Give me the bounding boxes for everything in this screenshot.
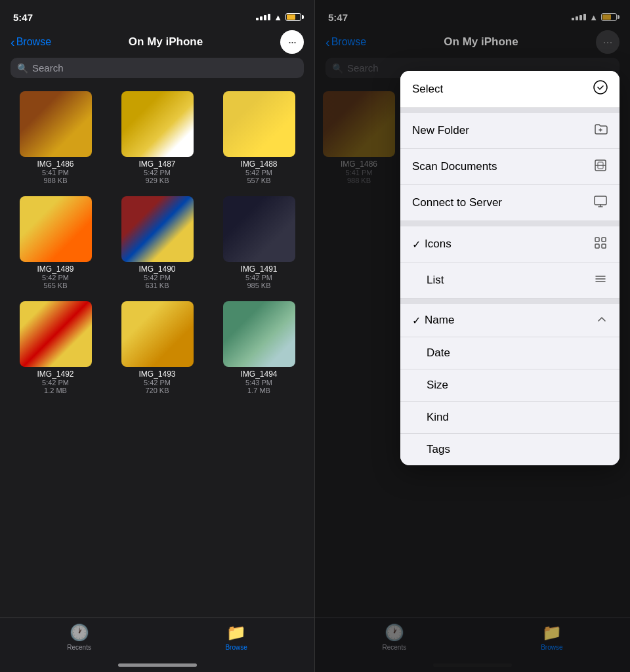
file-thumb-1489-left xyxy=(20,196,92,262)
file-time-left: 5:42 PM xyxy=(144,169,171,177)
back-arrow-left: ‹ xyxy=(10,35,15,50)
dropdown-list-label: List xyxy=(412,274,444,287)
file-item-1486-left[interactable]: IMG_1486 5:41 PM 988 KB xyxy=(5,86,106,190)
file-size-left: 720 KB xyxy=(145,387,169,394)
wifi-icon: ▲ xyxy=(274,12,282,22)
file-name-left: IMG_1490 xyxy=(138,264,175,274)
file-thumb-1490-left xyxy=(121,196,194,262)
svg-rect-3 xyxy=(595,196,606,205)
dropdown-item-connect-server[interactable]: Connect to Server xyxy=(400,185,620,221)
tab-browse-label-left: Browse xyxy=(225,644,247,651)
dropdown-kind-label: Kind xyxy=(412,411,449,424)
file-size-left: 988 KB xyxy=(43,177,67,184)
status-bar-left: 5:47 ▲ xyxy=(0,0,314,29)
dropdown-item-kind[interactable]: Kind xyxy=(400,402,620,434)
dropdown-tags-label: Tags xyxy=(412,443,450,456)
list-icon xyxy=(593,272,608,289)
file-size-left: 985 KB xyxy=(247,282,270,289)
dropdown-icons-label: ✓ Icons xyxy=(412,238,452,251)
file-thumb-1488-left xyxy=(223,91,295,157)
file-time-left: 5:41 PM xyxy=(42,169,69,177)
file-grid-left: IMG_1486 5:41 PM 988 KB IMG_1487 5:42 PM… xyxy=(0,86,314,400)
dropdown-menu: Select New Folder Scan Documents xyxy=(400,71,620,465)
file-thumb-1491-left xyxy=(223,196,295,262)
file-name-left: IMG_1488 xyxy=(240,159,277,169)
file-size-left: 929 KB xyxy=(145,177,169,184)
search-icon-left: 🔍 xyxy=(17,63,28,74)
scan-icon xyxy=(593,158,608,175)
dropdown-item-select[interactable]: Select xyxy=(400,71,620,108)
file-item-1489-left[interactable]: IMG_1489 5:42 PM 565 KB xyxy=(5,191,106,295)
home-indicator-left xyxy=(118,663,197,667)
checkmark-circle-icon xyxy=(593,80,608,98)
file-item-1490-left[interactable]: IMG_1490 5:42 PM 631 KB xyxy=(107,191,207,295)
file-name-left: IMG_1487 xyxy=(138,159,175,169)
dropdown-item-tags[interactable]: Tags xyxy=(400,434,620,465)
file-item-1487-left[interactable]: IMG_1487 5:42 PM 929 KB xyxy=(107,86,207,190)
dropdown-separator-1 xyxy=(400,108,620,113)
dropdown-separator-3 xyxy=(400,299,620,304)
left-panel: 5:47 ▲ ‹ Browse On My iPhone ··· 🔍 Searc xyxy=(0,0,315,672)
dropdown-item-size[interactable]: Size xyxy=(400,369,620,402)
file-name-left: IMG_1494 xyxy=(240,369,277,379)
svg-rect-4 xyxy=(595,238,599,242)
dropdown-scan-label: Scan Documents xyxy=(412,160,497,173)
file-thumb-1493-left xyxy=(121,301,194,367)
dropdown-select-label: Select xyxy=(412,83,443,96)
dropdown-separator-2 xyxy=(400,221,620,226)
dropdown-connect-label: Connect to Server xyxy=(412,196,502,209)
dropdown-date-label: Date xyxy=(412,346,450,360)
recents-icon-left: 🕐 xyxy=(70,623,89,642)
more-button-left[interactable]: ··· xyxy=(280,30,304,54)
dropdown-item-new-folder[interactable]: New Folder xyxy=(400,113,620,149)
file-time-left: 5:42 PM xyxy=(42,274,69,282)
nav-bar-left: ‹ Browse On My iPhone ··· xyxy=(0,29,314,58)
file-item-1488-left[interactable]: IMG_1488 5:42 PM 557 KB xyxy=(209,86,309,190)
file-item-1493-left[interactable]: IMG_1493 5:42 PM 720 KB xyxy=(107,296,207,400)
file-time-left: 5:42 PM xyxy=(42,379,69,387)
tab-recents-left[interactable]: 🕐 Recents xyxy=(67,623,91,651)
file-size-left: 557 KB xyxy=(247,177,270,184)
signal-icon xyxy=(256,14,270,20)
page-title-left: On My iPhone xyxy=(129,35,203,49)
file-size-left: 565 KB xyxy=(43,282,67,289)
dropdown-item-date[interactable]: Date xyxy=(400,337,620,369)
file-name-left: IMG_1489 xyxy=(37,264,74,274)
file-name-left: IMG_1486 xyxy=(37,159,74,169)
dropdown-item-list[interactable]: List xyxy=(400,262,620,299)
file-name-left: IMG_1491 xyxy=(240,264,277,274)
file-name-left: IMG_1492 xyxy=(37,369,74,379)
back-button-left[interactable]: ‹ Browse xyxy=(10,35,51,50)
file-size-left: 1.7 MB xyxy=(247,387,270,394)
file-time-left: 5:42 PM xyxy=(144,379,171,387)
browse-icon-left: 📁 xyxy=(226,623,246,642)
dropdown-item-scan-documents[interactable]: Scan Documents xyxy=(400,149,620,185)
file-size-left: 631 KB xyxy=(145,282,169,289)
svg-rect-6 xyxy=(595,244,599,248)
file-name-left: IMG_1493 xyxy=(138,369,175,379)
file-thumb-1487-left xyxy=(121,91,194,157)
dropdown-size-label: Size xyxy=(412,379,448,392)
dropdown-item-name[interactable]: ✓ Name xyxy=(400,304,620,337)
svg-point-0 xyxy=(594,81,607,94)
search-placeholder-left: Search xyxy=(32,62,64,74)
file-thumb-1486-left xyxy=(20,91,92,157)
dropdown-name-label: ✓ Name xyxy=(412,314,454,327)
search-bar-left[interactable]: 🔍 Search xyxy=(10,58,304,78)
battery-icon xyxy=(285,13,301,21)
tab-recents-label-left: Recents xyxy=(67,644,91,651)
ellipsis-icon-left: ··· xyxy=(288,35,296,49)
file-item-1492-left[interactable]: IMG_1492 5:42 PM 1.2 MB xyxy=(5,296,106,400)
file-size-left: 1.2 MB xyxy=(44,387,67,394)
svg-rect-7 xyxy=(602,244,606,248)
file-item-1491-left[interactable]: IMG_1491 5:42 PM 985 KB xyxy=(209,191,309,295)
tab-browse-left[interactable]: 📁 Browse xyxy=(225,623,247,651)
file-thumb-1494-left xyxy=(223,301,295,367)
file-item-1494-left[interactable]: IMG_1494 5:43 PM 1.7 MB xyxy=(209,296,309,400)
dropdown-item-icons[interactable]: ✓ Icons xyxy=(400,226,620,262)
icons-checkmark: ✓ xyxy=(412,238,421,251)
name-checkmark: ✓ xyxy=(412,314,421,327)
right-panel: 5:47 ▲ ‹ Browse On My iPhone ··· 🔍 Searc xyxy=(315,0,630,672)
file-time-left: 5:42 PM xyxy=(245,274,272,282)
monitor-icon xyxy=(593,194,608,211)
